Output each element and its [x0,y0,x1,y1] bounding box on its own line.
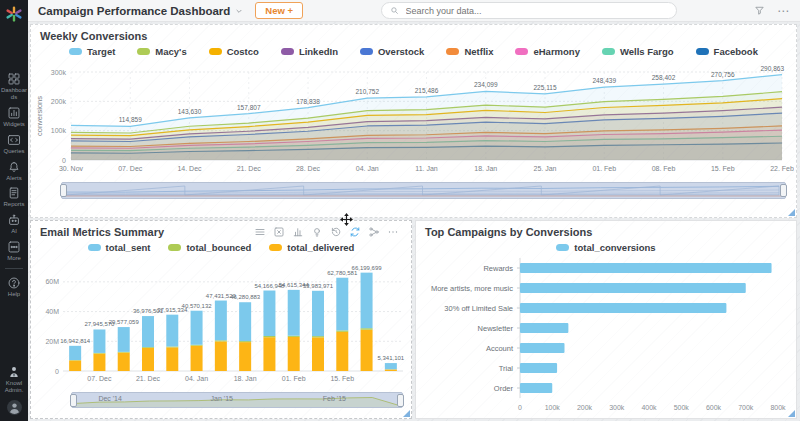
bar-total_sent[interactable] [385,363,397,369]
bar-total_bounced[interactable] [166,346,178,347]
bar-total_delivered[interactable] [239,342,251,371]
sidebar-item-dashboards[interactable]: Dashboards [0,69,28,103]
app-logo[interactable] [5,5,23,23]
dashboard-title-menu[interactable]: Campaign Performance Dashboard [38,5,243,17]
legend-item-costco[interactable]: Costco [209,46,259,57]
bar-total_delivered[interactable] [263,337,275,371]
more-icon[interactable] [387,226,399,238]
bar-30-off-limited-sale[interactable] [520,303,726,313]
export-icon[interactable] [273,226,285,238]
bar-total_bounced[interactable] [118,352,130,353]
legend-item-wells-fargo[interactable]: Wells Fargo [602,46,674,57]
bar-total_sent[interactable] [93,329,105,352]
legend-item-netflix[interactable]: Netflix [446,46,493,57]
bar-total_bounced[interactable] [191,345,203,346]
legend-item-eharmony[interactable]: eHarmony [515,46,579,57]
bar-total_bounced[interactable] [312,336,324,337]
legend-item-macy-s[interactable]: Macy's [137,46,186,57]
bar-total_bounced[interactable] [361,328,373,329]
legend-item-target[interactable]: Target [69,46,115,57]
legend-item-total-bounced[interactable]: total_bounced [168,242,251,253]
bar-total_bounced[interactable] [93,353,105,354]
bar-total_sent[interactable] [215,301,227,341]
search-input[interactable] [404,5,668,17]
bar-trial[interactable] [520,363,557,373]
legend-item-linkedin[interactable]: LinkedIn [281,46,338,57]
bar-total_delivered[interactable] [191,346,203,371]
sidebar-item-reports[interactable]: Reports [0,183,28,210]
panel-top-campaigns[interactable]: Top Campaigns by Conversions total_conve… [415,220,797,419]
new-button[interactable]: New + [255,2,303,19]
search-box[interactable] [381,2,677,19]
bar-total_sent[interactable] [288,290,300,336]
bar-total_delivered[interactable] [336,332,348,371]
email-chart-navigator[interactable]: Dec '14Jan '15Feb '15 [71,392,403,408]
refresh-icon[interactable] [349,226,361,238]
resize-handle[interactable] [788,410,795,417]
chart-type-icon[interactable] [292,226,304,238]
panel-weekly-conversions[interactable]: Weekly Conversions TargetMacy'sCostcoLin… [30,24,797,218]
bar-total_sent[interactable] [361,273,373,329]
bar-total_sent[interactable] [142,316,154,347]
history-icon[interactable] [330,226,342,238]
filter-icon[interactable] [754,5,765,16]
bar-total_sent[interactable] [191,311,203,345]
bar-total_sent[interactable] [312,291,324,336]
bar-newsletter[interactable] [520,323,568,333]
bar-rewards[interactable] [520,263,772,273]
bar-total_delivered[interactable] [215,341,227,371]
navigator-right-handle[interactable] [780,184,787,197]
sidebar-item-help[interactable]: Help [0,273,28,300]
bar-total_delivered[interactable] [166,347,178,371]
top-campaigns-chart[interactable]: 0100k200k300k400k500k600k700k800kRewards… [416,254,794,414]
sidebar-item-ai[interactable]: AI [0,210,28,237]
navigator-right-handle[interactable] [397,394,404,407]
resize-handle[interactable] [788,209,795,216]
bar-total_sent[interactable] [263,291,275,336]
user-avatar[interactable] [0,396,28,418]
bar-total_sent[interactable] [166,315,178,347]
panel-email-metrics[interactable]: Email Metrics Summary total_senttotal_bo… [30,220,412,419]
insights-icon[interactable] [311,226,323,238]
bar-total_delivered[interactable] [69,360,81,371]
sidebar-item-admin[interactable]: Knowl Admin. [0,362,28,396]
bar-total_delivered[interactable] [142,348,154,371]
bar-total_sent[interactable] [69,346,81,360]
sidebar-item-more[interactable]: More [0,237,28,264]
legend-item-facebook[interactable]: Facebook [696,46,758,57]
bar-total_sent[interactable] [118,327,130,352]
sidebar-item-alerts[interactable]: Alerts [0,157,28,184]
bar-total_delivered[interactable] [312,337,324,371]
bar-total_delivered[interactable] [93,354,105,371]
bar-total_delivered[interactable] [361,330,373,371]
bar-total_bounced[interactable] [263,336,275,337]
legend-item-total-conversions[interactable]: total_conversions [556,242,655,253]
legend-item-overstock[interactable]: Overstock [360,46,424,57]
bar-total_sent[interactable] [336,278,348,331]
bar-total_delivered[interactable] [288,337,300,371]
menu-icon[interactable] [254,226,266,238]
bar-total_bounced[interactable] [239,341,251,342]
bar-total_bounced[interactable] [215,340,227,341]
bar-more-artists-more-music[interactable] [520,283,746,293]
email-metrics-chart[interactable]: 020M40M60M16,942,81427,945,57029,577,059… [33,254,409,384]
bar-total_delivered[interactable] [385,369,397,371]
bar-total_sent[interactable] [239,302,251,341]
bar-total_bounced[interactable] [288,336,300,337]
legend-item-total-delivered[interactable]: total_delivered [269,242,354,253]
legend-item-total-sent[interactable]: total_sent [88,242,151,253]
bar-total_delivered[interactable] [118,353,130,371]
navigator-left-handle[interactable] [70,394,77,407]
bar-total_bounced[interactable] [142,347,154,348]
share-icon[interactable] [368,226,380,238]
bar-order[interactable] [520,383,552,393]
bar-account[interactable] [520,343,565,353]
navigator-left-handle[interactable] [60,184,67,197]
more-icon[interactable]: ⋯ [777,6,790,16]
weekly-conversions-chart[interactable]: 30. Nov07. Dec14. Dec21. Dec28. Dec04. J… [33,58,794,176]
bar-total_bounced[interactable] [336,330,348,331]
weekly-chart-navigator[interactable] [61,182,786,199]
sidebar-item-widgets[interactable]: Widgets [0,103,28,130]
sidebar-item-queries[interactable]: Queries [0,130,28,157]
resize-handle[interactable] [403,410,410,417]
